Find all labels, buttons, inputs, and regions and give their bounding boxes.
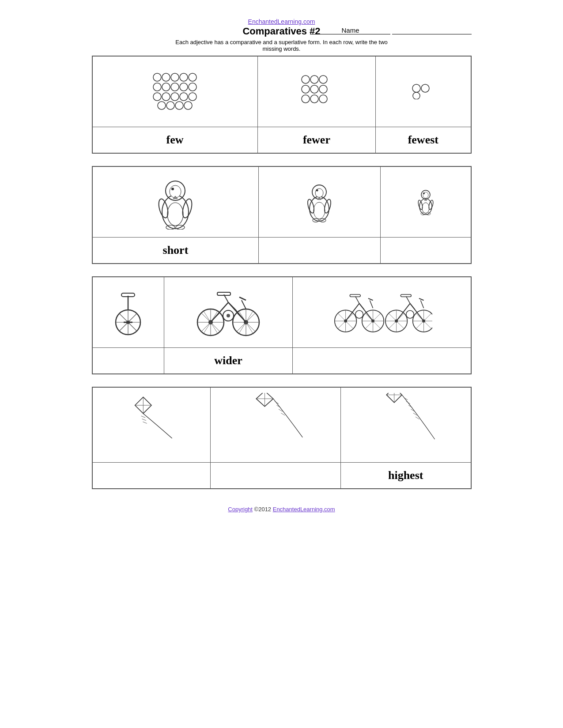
circles-medium-svg xyxy=(299,73,334,108)
svg-point-38 xyxy=(181,198,194,219)
kite-medium-svg xyxy=(231,393,320,455)
svg-point-135 xyxy=(406,310,414,318)
svg-point-48 xyxy=(323,199,332,214)
svg-line-133 xyxy=(421,300,424,308)
svg-line-134 xyxy=(419,298,424,300)
svg-line-88 xyxy=(228,302,235,309)
footer-site-link[interactable]: EnchantedLearning.com xyxy=(273,506,335,513)
image-cell-2-1 xyxy=(92,166,259,237)
page: EnchantedLearning.com Comparatives #2 Ea… xyxy=(92,18,472,710)
image-cell-2-2 xyxy=(259,166,380,237)
image-cell-4-1 xyxy=(92,387,211,462)
svg-line-86 xyxy=(211,302,228,322)
svg-rect-112 xyxy=(350,294,361,297)
bicycle-one-svg xyxy=(193,285,264,338)
word-cell-3-1 xyxy=(92,347,164,374)
svg-line-131 xyxy=(406,297,410,304)
svg-point-37 xyxy=(157,198,170,219)
svg-line-139 xyxy=(141,416,145,418)
svg-point-42 xyxy=(314,202,325,219)
svg-point-23 xyxy=(310,85,318,93)
circles-few-svg xyxy=(410,82,436,99)
word-cell-3-3 xyxy=(292,347,471,374)
exercise-table-1: few fewer fewest xyxy=(92,56,472,154)
word-cell-2-1: short xyxy=(92,237,259,264)
word-cell-4-2 xyxy=(211,462,340,489)
svg-marker-45 xyxy=(317,197,321,200)
exercise-table-3: wider xyxy=(92,276,472,374)
svg-point-52 xyxy=(422,203,429,213)
svg-point-20 xyxy=(310,75,318,83)
penguin-medium-svg xyxy=(303,179,336,223)
word-cell-4-1 xyxy=(92,462,211,489)
svg-point-57 xyxy=(417,200,423,210)
svg-point-29 xyxy=(421,84,429,92)
svg-point-30 xyxy=(413,92,420,99)
svg-point-26 xyxy=(310,95,318,103)
kite-high-svg xyxy=(362,393,450,455)
image-cell-4-3 xyxy=(340,387,471,462)
svg-point-17 xyxy=(175,102,183,109)
svg-point-5 xyxy=(153,83,161,91)
svg-point-24 xyxy=(319,85,327,93)
svg-line-130 xyxy=(410,304,415,309)
penguin-large-svg xyxy=(151,172,200,230)
image-cell-3-3 xyxy=(292,277,471,347)
svg-point-8 xyxy=(180,83,188,91)
word-cell-4-3: highest xyxy=(340,462,471,489)
image-cell-1-1 xyxy=(92,56,258,127)
svg-point-12 xyxy=(171,93,179,101)
svg-line-89 xyxy=(235,309,246,322)
svg-point-19 xyxy=(302,75,310,83)
kite-low-svg xyxy=(112,393,191,455)
svg-point-2 xyxy=(171,73,179,81)
svg-line-128 xyxy=(397,304,410,321)
word-cell-2-3 xyxy=(380,237,471,264)
image-cell-4-2 xyxy=(211,387,340,462)
svg-line-93 xyxy=(239,297,246,300)
svg-line-92 xyxy=(242,300,246,309)
svg-point-21 xyxy=(319,75,327,83)
svg-line-111 xyxy=(355,297,359,304)
svg-point-36 xyxy=(171,188,174,190)
svg-point-6 xyxy=(162,83,170,91)
image-cell-2-3 xyxy=(380,166,471,237)
svg-point-32 xyxy=(167,203,183,226)
svg-point-3 xyxy=(180,73,188,81)
svg-point-15 xyxy=(158,102,166,109)
svg-point-9 xyxy=(189,83,196,91)
page-footer: Copyright ©2012 EnchantedLearning.com xyxy=(228,506,335,513)
copyright-text: Copyright ©2012 EnchantedLearning.com xyxy=(228,506,335,513)
svg-point-22 xyxy=(302,85,310,93)
svg-point-95 xyxy=(227,314,230,317)
svg-line-113 xyxy=(370,300,373,308)
site-link[interactable]: EnchantedLearning.com xyxy=(92,18,472,26)
svg-point-28 xyxy=(412,84,420,92)
svg-point-46 xyxy=(316,189,318,192)
image-cell-3-1 xyxy=(92,277,164,347)
circles-many-svg xyxy=(148,68,201,113)
image-cell-1-3 xyxy=(376,56,471,127)
svg-point-0 xyxy=(153,73,161,81)
instructions: Each adjective has a comparative and a s… xyxy=(171,39,392,52)
svg-line-141 xyxy=(143,422,147,424)
svg-line-110 xyxy=(359,304,364,309)
exercise-table-4: highest xyxy=(92,387,472,489)
svg-line-140 xyxy=(142,419,146,421)
unicycle-svg xyxy=(110,287,146,336)
copyright-link[interactable]: Copyright xyxy=(228,506,253,513)
exercise-table-2: short xyxy=(92,166,472,264)
svg-point-47 xyxy=(306,199,315,214)
svg-point-4 xyxy=(189,73,196,81)
word-cell-3-2: wider xyxy=(164,347,293,374)
word-cell-1-2: fewer xyxy=(257,127,375,153)
svg-point-13 xyxy=(180,93,188,101)
svg-line-114 xyxy=(368,298,373,300)
word-cell-1-3: fewest xyxy=(376,127,471,153)
svg-point-18 xyxy=(184,102,192,109)
svg-point-11 xyxy=(162,93,170,101)
svg-point-56 xyxy=(423,192,425,194)
penguin-small-svg xyxy=(415,185,437,216)
svg-rect-132 xyxy=(401,294,412,297)
svg-line-148 xyxy=(281,413,285,415)
